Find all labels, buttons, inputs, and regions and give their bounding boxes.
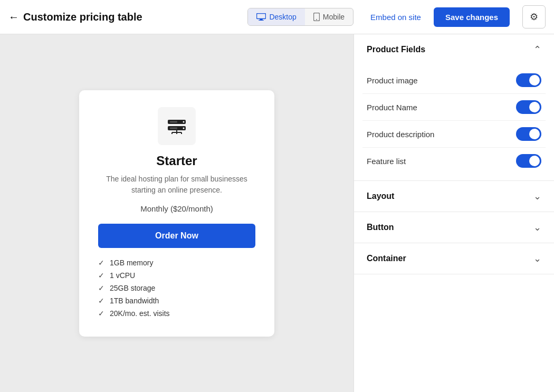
mobile-icon: [313, 13, 320, 21]
right-panel: Product Fields ⌃ Product image Product N…: [354, 34, 554, 392]
svg-rect-9: [170, 121, 177, 122]
product-fields-chevron-up: ⌃: [533, 44, 541, 55]
toggle-slider-3: [516, 154, 541, 168]
product-description: The ideal hosting plan for small busines…: [98, 174, 255, 196]
button-chevron: ⌄: [533, 222, 541, 233]
toggle-slider-2: [516, 127, 541, 141]
order-now-button[interactable]: Order Now: [98, 224, 255, 248]
field-toggle-0[interactable]: [516, 73, 541, 87]
header: ← Customize pricing table Desktop Mobile…: [0, 0, 554, 34]
desktop-label: Desktop: [269, 13, 296, 21]
page-title: Customize pricing table: [23, 11, 142, 23]
field-row: Product description: [362, 121, 546, 148]
field-row: Feature list: [362, 148, 546, 174]
embed-on-site-link[interactable]: Embed on site: [370, 13, 421, 22]
back-button[interactable]: ← Customize pricing table: [8, 11, 142, 23]
svg-rect-10: [170, 127, 177, 129]
check-icon: ✓: [98, 309, 104, 318]
feature-list: ✓1GB memory✓1 vCPU✓25GB storage✓1TB band…: [98, 259, 255, 318]
field-label: Feature list: [367, 157, 406, 166]
container-chevron: ⌄: [533, 253, 541, 264]
svg-rect-1: [260, 19, 263, 20]
button-title: Button: [367, 223, 394, 232]
product-name: Starter: [156, 154, 197, 168]
container-section: Container ⌄: [354, 243, 554, 274]
field-toggle-2[interactable]: [516, 127, 541, 141]
container-title: Container: [367, 254, 406, 263]
layout-title: Layout: [367, 192, 394, 201]
layout-chevron: ⌄: [533, 190, 541, 202]
list-item: ✓25GB storage: [98, 284, 255, 292]
preview-area: Starter The ideal hosting plan for small…: [0, 34, 354, 392]
product-fields-body: Product image Product Name Product descr…: [354, 65, 554, 180]
server-icon: [166, 115, 188, 137]
field-label: Product image: [367, 76, 418, 85]
check-icon: ✓: [98, 259, 104, 267]
product-fields-section: Product Fields ⌃ Product image Product N…: [354, 34, 554, 181]
button-section: Button ⌄: [354, 212, 554, 243]
mobile-view-button[interactable]: Mobile: [305, 8, 353, 25]
check-icon: ✓: [98, 297, 104, 305]
product-icon-container: [158, 107, 196, 145]
field-label: Product description: [367, 130, 434, 139]
back-icon: ←: [8, 11, 19, 23]
svg-point-4: [316, 19, 317, 20]
desktop-view-button[interactable]: Desktop: [248, 8, 304, 25]
list-item: ✓1GB memory: [98, 259, 255, 267]
field-label: Product Name: [367, 103, 417, 112]
list-item: ✓20K/mo. est. visits: [98, 309, 255, 318]
field-toggle-1[interactable]: [516, 100, 541, 114]
settings-button[interactable]: ⚙: [522, 5, 546, 28]
toggle-slider-1: [516, 100, 541, 114]
main-layout: Starter The ideal hosting plan for small…: [0, 34, 554, 392]
layout-section: Layout ⌄: [354, 181, 554, 212]
list-item: ✓1 vCPU: [98, 271, 255, 280]
pricing-card: Starter The ideal hosting plan for small…: [79, 90, 274, 337]
gear-icon: ⚙: [530, 11, 538, 23]
desktop-icon: [256, 13, 266, 21]
view-toggle: Desktop Mobile: [247, 8, 354, 26]
product-price: Monthly ($20/month): [140, 204, 213, 213]
product-fields-header[interactable]: Product Fields ⌃: [354, 34, 554, 65]
product-fields-title: Product Fields: [367, 45, 425, 54]
container-header[interactable]: Container ⌄: [354, 243, 554, 274]
mobile-label: Mobile: [323, 13, 345, 21]
svg-rect-0: [257, 14, 266, 19]
field-toggle-3[interactable]: [516, 154, 541, 168]
list-item: ✓1TB bandwidth: [98, 297, 255, 305]
svg-point-7: [183, 121, 185, 122]
toggle-slider-0: [516, 73, 541, 87]
button-header[interactable]: Button ⌄: [354, 212, 554, 243]
layout-header[interactable]: Layout ⌄: [354, 181, 554, 212]
field-row: Product Name: [362, 94, 546, 121]
svg-point-8: [183, 127, 185, 129]
field-row: Product image: [362, 67, 546, 94]
save-changes-button[interactable]: Save changes: [434, 7, 510, 27]
check-icon: ✓: [98, 271, 104, 280]
svg-rect-2: [259, 20, 264, 21]
check-icon: ✓: [98, 284, 104, 292]
